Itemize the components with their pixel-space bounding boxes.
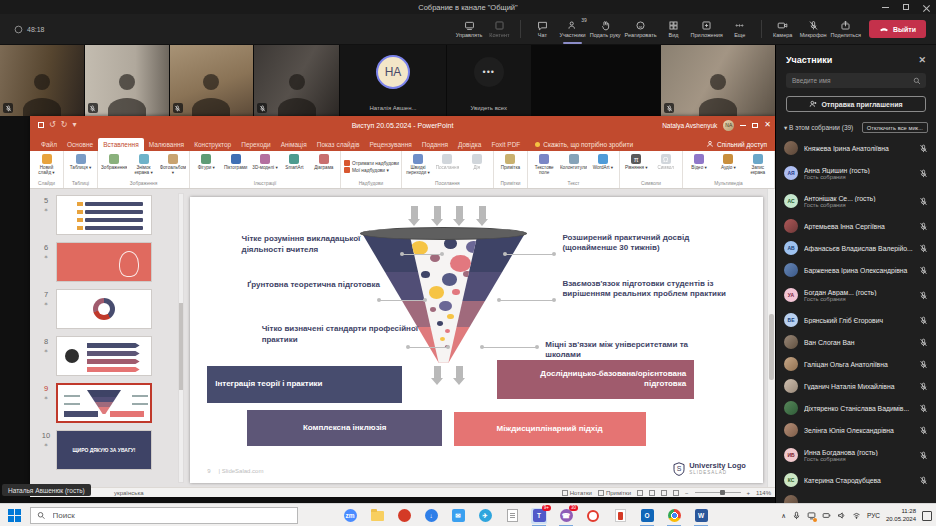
ppt-tab[interactable]: Переходи: [236, 138, 275, 151]
taskbar-app-mail[interactable]: ✉: [450, 508, 466, 524]
slide-scrollbar[interactable]: [767, 189, 775, 487]
taskbar-app-outlook[interactable]: O: [639, 508, 655, 524]
react-button[interactable]: Реагировать: [623, 14, 659, 45]
ppt-tab[interactable]: Малювання: [144, 138, 189, 151]
mute-all-button[interactable]: Отключить все мик...: [862, 122, 928, 133]
video-tile[interactable]: [254, 45, 339, 116]
participants-button[interactable]: 39 Участники: [557, 14, 587, 45]
send-invite-button[interactable]: Отправка приглашения: [786, 96, 926, 112]
ribbon-item[interactable]: ΩСимвол: [652, 153, 678, 180]
language-indicator[interactable]: українська: [114, 490, 144, 496]
mic-muted-icon[interactable]: [919, 382, 928, 391]
mic-button[interactable]: Микрофон: [798, 14, 829, 45]
mic-muted-icon[interactable]: [919, 197, 928, 206]
minimize-icon[interactable]: [882, 7, 889, 8]
participant-row[interactable]: Діхтяренко Станіслава Вадимів...: [776, 397, 936, 419]
ribbon-item[interactable]: πРівняння ▾: [623, 153, 649, 180]
customize-caret-icon[interactable]: ▾: [72, 122, 76, 128]
mic-muted-icon[interactable]: [919, 144, 928, 153]
participant-row[interactable]: ИБИнна Богданова (гость)Гость собрания: [776, 441, 936, 469]
start-button[interactable]: [8, 509, 21, 522]
participant-row[interactable]: БЕБрянський Гліб Єгорович: [776, 309, 936, 331]
participant-row[interactable]: Барженева Ірина Олександрівна: [776, 259, 936, 281]
ribbon-item[interactable]: Швидкі переходи ▾: [405, 153, 431, 180]
mic-muted-icon[interactable]: [919, 222, 928, 231]
tray-expand-icon[interactable]: ∧: [781, 512, 786, 520]
view-button[interactable]: Вид: [659, 14, 689, 45]
ribbon-item[interactable]: Дія: [464, 153, 490, 180]
taskbar-app-chrome[interactable]: [666, 508, 682, 524]
participant-row[interactable]: Галіцан Ольга Анатоліївна: [776, 353, 936, 375]
taskbar-app-media-app[interactable]: [396, 508, 412, 524]
taskbar-app-file-explorer[interactable]: [369, 508, 385, 524]
participant-row[interactable]: Ван Слоган Ван: [776, 331, 936, 353]
tray-language[interactable]: РУС: [867, 512, 880, 519]
ribbon-item[interactable]: WordArt ▾: [590, 153, 616, 180]
slide-thumbnail[interactable]: [56, 336, 152, 376]
share-button[interactable]: Поделиться: [829, 14, 863, 45]
maximize-icon[interactable]: [903, 4, 909, 10]
mic-muted-icon[interactable]: [919, 476, 928, 485]
taskbar-app-red-doc-app[interactable]: [612, 508, 628, 524]
ppt-tab[interactable]: Конструктор: [189, 138, 236, 151]
ppt-tab[interactable]: Основне: [62, 138, 98, 151]
manage-button[interactable]: Управлять: [454, 14, 485, 45]
participant-search-input[interactable]: [786, 77, 926, 84]
ribbon-item[interactable]: Зображення: [101, 153, 127, 180]
ribbon-item[interactable]: SmartArt: [281, 153, 307, 180]
ppt-share-button[interactable]: Спільний доступ: [706, 140, 767, 148]
ribbon-item[interactable]: Мої надбудови ▾: [344, 167, 389, 173]
ribbon-item[interactable]: Примітка: [497, 153, 524, 180]
mic-muted-icon[interactable]: [919, 360, 928, 369]
slide-thumbnail[interactable]: [56, 289, 152, 329]
ppt-tab[interactable]: Подання: [417, 138, 453, 151]
ribbon-item[interactable]: Діаграма: [311, 153, 337, 180]
taskbar-app-telegram[interactable]: ✈: [477, 508, 493, 524]
taskbar-app-word[interactable]: W: [693, 508, 709, 524]
tray-wifi-icon[interactable]: [852, 511, 861, 520]
taskbar-app-viber[interactable]: ☎30: [558, 508, 574, 524]
zoom-slider[interactable]: [695, 492, 741, 493]
ribbon-item[interactable]: Відео ▾: [686, 153, 712, 180]
zoom-level[interactable]: 114%: [756, 490, 771, 496]
tell-me-box[interactable]: Скажіть, що потрібно зробити: [535, 141, 633, 148]
leave-button[interactable]: Выйти: [869, 20, 926, 38]
slide-thumbnail[interactable]: [56, 195, 152, 235]
redo-icon[interactable]: ↻: [61, 122, 68, 128]
ribbon-item[interactable]: Новий слайд ▾: [33, 153, 60, 180]
action-center-icon[interactable]: [922, 511, 932, 521]
participant-row[interactable]: АСАнтонішак Се... (гость)Гость собрания: [776, 187, 936, 215]
mic-muted-icon[interactable]: [919, 291, 928, 300]
mic-muted-icon[interactable]: [919, 316, 928, 325]
chat-button[interactable]: Чат: [527, 14, 557, 45]
comments-toggle[interactable]: Примітки: [598, 490, 631, 496]
undo-icon[interactable]: ↺: [49, 122, 56, 128]
taskbar-app-downloads[interactable]: ↓: [423, 508, 439, 524]
participant-row[interactable]: АЯАнна Яцишин (гость)Гость собрания: [776, 159, 936, 187]
in-meeting-section-label[interactable]: ▾ В этом собрании (39): [784, 124, 853, 132]
ribbon-item[interactable]: Отримати надбудови: [344, 160, 399, 166]
participant-row[interactable]: КСКатерина Стародубцева: [776, 469, 936, 491]
ribbon-item[interactable]: Таблиця ▾: [67, 153, 94, 180]
slide-sorter-view-icon[interactable]: [649, 490, 655, 496]
ribbon-item[interactable]: Фотоальбом ▾: [160, 153, 186, 180]
mic-muted-icon[interactable]: [919, 169, 928, 178]
ppt-tab[interactable]: Довідка: [453, 138, 486, 151]
reading-view-icon[interactable]: [661, 490, 667, 496]
video-tile[interactable]: [0, 45, 84, 116]
slide-thumbnail[interactable]: [56, 383, 152, 423]
slide-thumbnail[interactable]: [56, 242, 152, 282]
tray-mic-icon[interactable]: [792, 511, 801, 520]
notes-toggle[interactable]: Нотатки: [562, 490, 592, 496]
more-button[interactable]: Еще: [725, 14, 755, 45]
mic-muted-icon[interactable]: [919, 451, 928, 460]
taskbar-app-opera[interactable]: [585, 508, 601, 524]
ribbon-item[interactable]: Аудіо ▾: [715, 153, 741, 180]
ribbon-item[interactable]: Посилання: [434, 153, 460, 180]
show-all-tile[interactable]: •••Увидеть всех: [447, 45, 531, 116]
panel-close-icon[interactable]: ✕: [918, 55, 926, 65]
zoom-in-icon[interactable]: +: [747, 490, 751, 496]
normal-view-icon[interactable]: [637, 490, 643, 496]
ppt-tab[interactable]: Анімація: [276, 138, 312, 151]
mic-muted-icon[interactable]: [919, 404, 928, 413]
